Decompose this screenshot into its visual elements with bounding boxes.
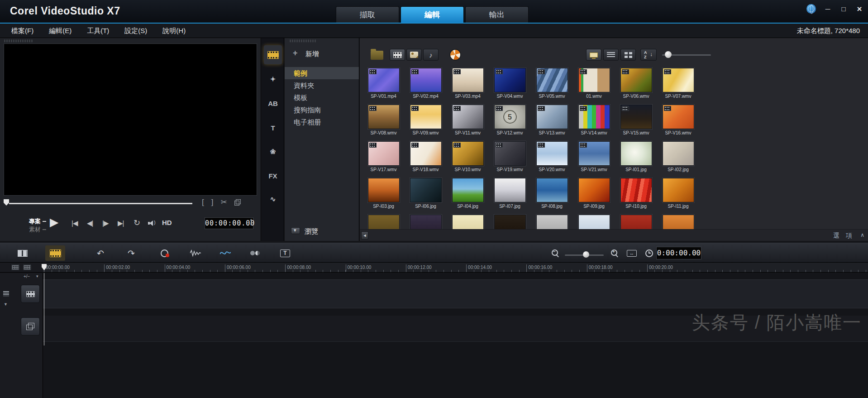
- library-folder-1[interactable]: 範例: [285, 67, 359, 79]
- menu-edit[interactable]: 編輯(E): [41, 24, 79, 38]
- track-tools-dropdown dropdown-icon[interactable]: ▾: [36, 274, 38, 278]
- next-frame-button[interactable]: |▶: [102, 219, 108, 227]
- library-folder-4[interactable]: 搜狗指南: [285, 104, 359, 116]
- view-grid-button[interactable]: [620, 49, 636, 61]
- library-folder-2[interactable]: 資料夾: [285, 79, 359, 91]
- play-button[interactable]: ▶: [50, 216, 58, 229]
- media-item[interactable]: 01.wmv: [573, 67, 615, 104]
- media-item[interactable]: [447, 214, 489, 229]
- media-item[interactable]: SP-V15.wmv: [615, 104, 657, 140]
- media-item[interactable]: SP-V11.wmv: [447, 104, 489, 140]
- scroll-left-button[interactable]: ◄: [361, 231, 368, 240]
- media-item[interactable]: SP-V20.wmv: [531, 140, 573, 177]
- media-item[interactable]: [657, 214, 699, 229]
- timeline-ruler[interactable]: 00:00:00.0000:00:02.0000:00:04.0000:00:0…: [0, 263, 868, 273]
- color-wheel-button[interactable]: [449, 49, 461, 61]
- media-item[interactable]: SP-V03.mp4: [447, 67, 489, 104]
- media-item[interactable]: SP-I06.jpg: [405, 177, 447, 214]
- maximize-button[interactable]: □: [839, 5, 848, 14]
- view-thumbnail-button[interactable]: [586, 49, 601, 61]
- sound-mixer-button[interactable]: [186, 245, 205, 261]
- add-media-button[interactable]: + 新增: [285, 48, 359, 61]
- media-item[interactable]: SP-I09.jpg: [573, 177, 615, 214]
- storyboard-view-button[interactable]: [13, 245, 33, 261]
- scrubber-handle[interactable]: [4, 199, 9, 206]
- hd-toggle[interactable]: HD: [162, 219, 172, 226]
- media-item[interactable]: SP-I08.jpg: [531, 177, 573, 214]
- track-manager-icon[interactable]: [3, 291, 9, 296]
- rail-filter-button[interactable]: FX: [264, 166, 282, 185]
- media-item[interactable]: SP-V04.wmv: [489, 67, 531, 104]
- media-item[interactable]: SP-V18.wmv: [405, 140, 447, 177]
- video-track-button[interactable]: [21, 285, 40, 303]
- media-item[interactable]: [489, 214, 531, 229]
- mark-out-button[interactable]: ]: [211, 198, 214, 207]
- close-button[interactable]: ×: [855, 5, 863, 14]
- track-tools[interactable]: +/−: [24, 274, 30, 279]
- media-item[interactable]: 5SP-V12.wmv: [489, 104, 531, 140]
- media-item[interactable]: SP-V17.wmv: [362, 140, 405, 177]
- previous-frame-button[interactable]: ◀|: [87, 219, 93, 227]
- auto-music-button[interactable]: [215, 245, 235, 261]
- options-collapse-chevron chevron-up-icon[interactable]: ∧: [860, 232, 864, 238]
- timecode-spinner[interactable]: ▲▼: [250, 218, 253, 228]
- media-item[interactable]: SP-V09.wmv: [405, 104, 447, 140]
- mark-in-button[interactable]: [: [202, 198, 204, 207]
- media-item[interactable]: SP-I03.jpg: [362, 177, 405, 214]
- media-item[interactable]: [362, 214, 405, 229]
- playhead-line[interactable]: [44, 273, 44, 345]
- repeat-button[interactable]: ↻: [134, 218, 140, 228]
- media-item[interactable]: SP-V07.wmv: [657, 67, 699, 104]
- rail-graphic-button[interactable]: ❀: [264, 142, 282, 161]
- media-item[interactable]: SP-V16.wmv: [657, 104, 699, 140]
- media-item[interactable]: [405, 214, 447, 229]
- undo-button[interactable]: ↶: [91, 245, 110, 261]
- enlarge-preview-button[interactable]: [234, 199, 241, 206]
- zoom-out-button[interactable]: −: [545, 245, 565, 261]
- media-item[interactable]: SP-V10.wmv: [447, 140, 489, 177]
- media-item[interactable]: SP-V21.wmv: [573, 140, 615, 177]
- media-item[interactable]: SP-I01.jpg: [615, 140, 657, 177]
- clip-mode-toggle[interactable]: 素材: [25, 225, 46, 234]
- rail-transition-button[interactable]: AB: [264, 94, 282, 113]
- ripple-edit-button[interactable]: [245, 245, 265, 261]
- record-capture-button[interactable]: [155, 245, 175, 261]
- minimize-button[interactable]: ─: [824, 5, 832, 14]
- menu-settings[interactable]: 設定(S): [117, 24, 155, 38]
- rail-motion-path-button[interactable]: ∿: [264, 190, 282, 209]
- tab-output[interactable]: 輸出: [465, 6, 529, 23]
- redo-button[interactable]: ↷: [121, 245, 141, 261]
- timeline-timecode[interactable]: 0:00:00.00: [656, 247, 701, 259]
- thumbnail-zoom-handle[interactable]: [665, 51, 672, 58]
- preview-timecode[interactable]: 00:00:00.00▲▼: [205, 217, 253, 229]
- tab-edit[interactable]: 編輯: [401, 6, 464, 23]
- timeline-zoom-handle[interactable]: [583, 251, 589, 258]
- track-view-button-1[interactable]: [11, 264, 20, 271]
- media-item[interactable]: SP-I02.jpg: [657, 140, 699, 177]
- media-item[interactable]: SP-V01.mp4: [362, 67, 405, 104]
- browse-button[interactable]: 瀏覽: [285, 225, 359, 237]
- library-folder-5[interactable]: 电子相册: [285, 116, 359, 128]
- rail-media-button[interactable]: [264, 45, 282, 64]
- menu-file[interactable]: 檔案(F): [4, 24, 41, 38]
- media-item[interactable]: [573, 214, 615, 229]
- media-item[interactable]: SP-I04.jpg: [447, 177, 489, 214]
- media-item[interactable]: [531, 214, 573, 229]
- media-item[interactable]: SP-V14.wmv: [573, 104, 615, 140]
- globe-icon[interactable]: [806, 4, 816, 14]
- filter-videos-button[interactable]: [390, 49, 405, 61]
- go-start-button[interactable]: |◀: [72, 219, 77, 227]
- rail-instant-project-button[interactable]: ✦: [264, 70, 282, 89]
- split-clip-scissors-button[interactable]: ✂: [220, 197, 227, 207]
- media-item[interactable]: SP-V02.mp4: [405, 67, 447, 104]
- media-item[interactable]: SP-V05.wmv: [531, 67, 573, 104]
- media-item[interactable]: SP-I11.jpg: [657, 177, 699, 214]
- filter-photos-button[interactable]: [406, 49, 422, 61]
- go-end-button[interactable]: ▶|: [118, 219, 124, 227]
- volume-button speaker-icon[interactable]: ): [148, 220, 158, 227]
- media-item[interactable]: SP-V19.wmv: [489, 140, 531, 177]
- media-item[interactable]: SP-V06.wmv: [615, 67, 657, 104]
- sort-button[interactable]: A Z ↓: [640, 49, 657, 61]
- media-item[interactable]: SP-I07.jpg: [489, 177, 531, 214]
- media-item[interactable]: [615, 214, 657, 229]
